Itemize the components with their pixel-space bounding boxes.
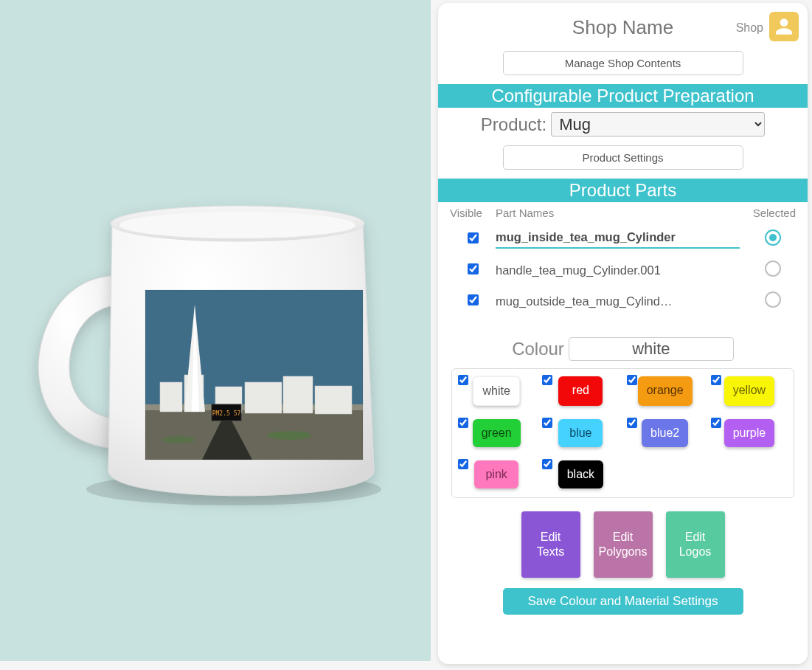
manage-shop-button[interactable]: Manage Shop Contents (503, 51, 743, 75)
svg-point-16 (267, 431, 311, 440)
swatch-cell-black: black (541, 460, 620, 488)
edit-polygons-button[interactable]: Edit Polygons (594, 511, 653, 578)
swatch-yellow[interactable]: yellow (724, 376, 774, 406)
edit-texts-button[interactable]: Edit Texts (521, 511, 580, 578)
swatch-cell-blue: blue (541, 419, 620, 447)
swatch-cell-orange: orange (625, 376, 705, 406)
swatch-purple[interactable]: purple (724, 419, 774, 447)
swatch-checkbox-black[interactable] (542, 459, 552, 469)
shop-name-title: Shop Name (572, 16, 673, 39)
part-row[interactable]: handle_tea_mug_Cylinder.001 (447, 255, 799, 286)
part-row[interactable]: mug_outside_tea_mug_Cylind… (447, 286, 799, 317)
product-select[interactable]: Mug (551, 112, 765, 137)
swatch-checkbox-white[interactable] (458, 375, 468, 385)
section-config-prep: Configurable Product Preparation (438, 84, 808, 108)
swatch-cell-pink: pink (457, 460, 536, 488)
save-settings-button[interactable]: Save Colour and Material Settings (503, 588, 743, 615)
swatch-green[interactable]: green (473, 419, 521, 447)
swatch-checkbox-green[interactable] (458, 418, 468, 428)
part-row[interactable]: mug_inside_tea_mug_Cylinder (447, 224, 799, 255)
colour-input[interactable] (569, 337, 734, 361)
parts-header-row: Visible Part Names Selected (447, 207, 799, 224)
shop-link[interactable]: Shop (736, 21, 763, 35)
svg-point-17 (162, 436, 195, 443)
swatch-blue2[interactable]: blue2 (642, 419, 688, 447)
col-names-label: Part Names (496, 207, 740, 219)
swatch-cell-purple: purple (709, 419, 789, 447)
swatch-orange[interactable]: orange (638, 376, 693, 406)
col-selected-label: Selected (740, 207, 796, 219)
svg-rect-6 (160, 382, 182, 412)
swatch-white[interactable]: white (473, 376, 519, 406)
svg-rect-8 (245, 382, 282, 413)
decal-sign-text: PM2.5 57 (212, 410, 241, 417)
swatch-cell-blue2: blue2 (625, 419, 705, 447)
swatch-checkbox-purple[interactable] (711, 418, 721, 428)
part-selected-radio[interactable] (765, 260, 781, 277)
swatch-checkbox-yellow[interactable] (711, 375, 721, 385)
part-name: mug_outside_tea_mug_Cylind… (496, 294, 740, 308)
part-name: handle_tea_mug_Cylinder.001 (496, 263, 740, 277)
part-selected-radio[interactable] (765, 291, 781, 308)
svg-rect-10 (315, 386, 352, 414)
swatch-black[interactable]: black (558, 460, 603, 488)
mug-preview: PM2.5 57 (24, 139, 407, 522)
swatch-cell-red: red (541, 376, 620, 406)
swatch-checkbox-pink[interactable] (458, 459, 468, 469)
swatches-container: whiteredorangeyellowgreenblueblue2purple… (451, 368, 794, 498)
svg-point-2 (119, 212, 355, 238)
swatch-cell-white: white (457, 376, 536, 406)
product-settings-button[interactable]: Product Settings (503, 145, 743, 170)
config-panel: Shop Name Shop Manage Shop Contents Conf… (438, 3, 808, 664)
svg-rect-4 (145, 408, 363, 460)
swatch-checkbox-red[interactable] (542, 375, 552, 385)
product-preview-pane[interactable]: PM2.5 57 (0, 0, 431, 661)
part-visible-checkbox[interactable] (468, 294, 479, 305)
user-icon (774, 17, 794, 36)
product-label: Product: (481, 114, 546, 135)
part-name: mug_inside_tea_mug_Cylinder (496, 230, 740, 249)
part-visible-checkbox[interactable] (468, 263, 479, 274)
swatch-red[interactable]: red (558, 376, 603, 406)
avatar[interactable] (769, 12, 799, 41)
col-visible-label: Visible (450, 207, 496, 219)
swatch-checkbox-orange[interactable] (627, 375, 637, 385)
part-selected-radio[interactable] (765, 229, 781, 246)
edit-logos-button[interactable]: Edit Logos (666, 511, 725, 578)
colour-label: Colour (512, 339, 564, 359)
svg-rect-9 (283, 376, 313, 413)
swatch-blue[interactable]: blue (558, 419, 603, 447)
section-product-parts: Product Parts (438, 179, 808, 202)
swatch-checkbox-blue[interactable] (542, 418, 552, 428)
swatch-cell-yellow: yellow (709, 376, 789, 406)
swatch-checkbox-blue2[interactable] (627, 418, 637, 428)
swatch-pink[interactable]: pink (474, 460, 518, 488)
part-visible-checkbox[interactable] (468, 232, 479, 244)
swatch-cell-green: green (457, 419, 536, 447)
